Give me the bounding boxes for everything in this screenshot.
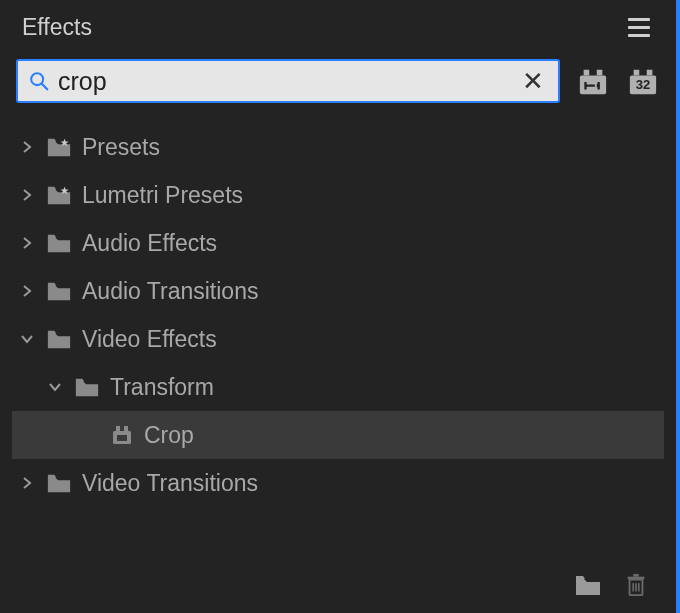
effects-tree: Presets Lumetri Presets Audio Effects (0, 113, 676, 511)
tree-item-label: Video Effects (82, 326, 217, 353)
panel-title: Effects (22, 14, 92, 41)
search-row: ✕ 32 (0, 53, 676, 113)
chevron-right-icon[interactable] (18, 234, 36, 252)
folder-icon (74, 376, 100, 398)
folder-star-icon (46, 184, 72, 206)
chevron-right-icon[interactable] (18, 474, 36, 492)
delete-icon[interactable] (622, 573, 650, 597)
folder-icon (46, 232, 72, 254)
folder-icon (46, 280, 72, 302)
folder-icon (46, 328, 72, 350)
svg-line-1 (42, 84, 48, 90)
tree-item-lumetri-presets[interactable]: Lumetri Presets (12, 171, 664, 219)
tree-item-presets[interactable]: Presets (12, 123, 664, 171)
svg-rect-17 (628, 577, 645, 580)
new-bin-icon[interactable] (574, 573, 602, 597)
tree-item-label: Video Transitions (82, 470, 258, 497)
effect-icon (110, 424, 134, 446)
panel-header: Effects (0, 0, 676, 53)
tree-item-audio-transitions[interactable]: Audio Transitions (12, 267, 664, 315)
tree-item-label: Transform (110, 374, 214, 401)
tree-item-video-effects[interactable]: Video Effects (12, 315, 664, 363)
tree-item-label: Crop (144, 422, 194, 449)
chevron-right-icon[interactable] (18, 282, 36, 300)
svg-text:32: 32 (636, 77, 651, 92)
panel-menu-button[interactable] (624, 14, 654, 41)
svg-rect-6 (634, 70, 640, 76)
animated-preset-icon[interactable] (576, 66, 610, 96)
chevron-down-icon[interactable] (46, 378, 64, 396)
tree-item-label: Presets (82, 134, 160, 161)
svg-rect-7 (647, 70, 653, 76)
svg-rect-3 (584, 70, 590, 76)
svg-rect-11 (124, 426, 128, 431)
tree-item-label: Audio Transitions (82, 278, 258, 305)
chevron-right-icon[interactable] (18, 186, 36, 204)
folder-icon (46, 472, 72, 494)
tree-item-crop[interactable]: Crop (12, 411, 664, 459)
tree-item-audio-effects[interactable]: Audio Effects (12, 219, 664, 267)
tree-item-video-transitions[interactable]: Video Transitions (12, 459, 664, 507)
effects-panel: Effects ✕ 32 (0, 0, 680, 613)
search-input[interactable] (50, 67, 518, 96)
tree-item-label: Audio Effects (82, 230, 217, 257)
folder-star-icon (46, 136, 72, 158)
chevron-right-icon[interactable] (18, 138, 36, 156)
svg-rect-10 (116, 426, 120, 431)
preset-32-icon[interactable]: 32 (626, 66, 660, 96)
panel-footer (574, 573, 650, 597)
tree-item-transform[interactable]: Transform (12, 363, 664, 411)
chevron-down-icon[interactable] (18, 330, 36, 348)
tree-item-label: Lumetri Presets (82, 182, 243, 209)
svg-rect-18 (633, 574, 639, 577)
svg-rect-4 (597, 70, 603, 76)
search-icon (28, 70, 50, 92)
clear-search-button[interactable]: ✕ (518, 68, 548, 94)
search-box[interactable]: ✕ (16, 59, 560, 103)
svg-rect-12 (117, 435, 127, 441)
